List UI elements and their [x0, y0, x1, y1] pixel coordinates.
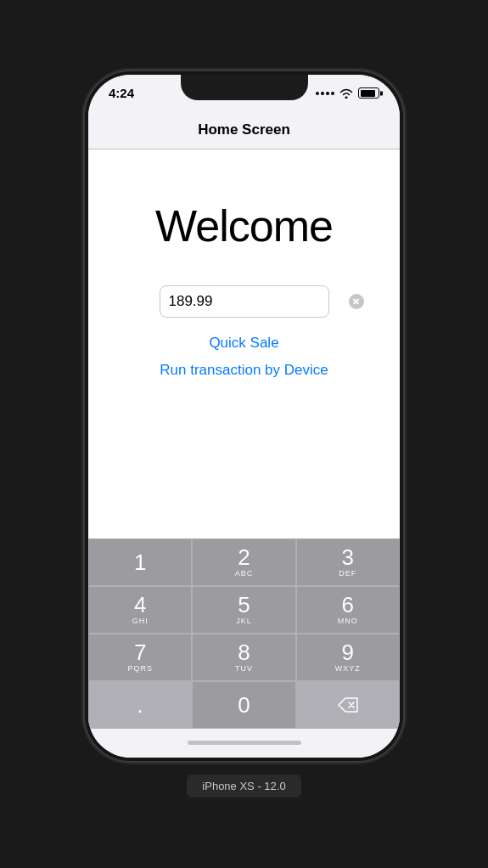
status-time: 4:24 — [109, 86, 134, 100]
key-5-number: 5 — [238, 594, 250, 616]
key-3-letters: DEF — [339, 569, 356, 578]
key-decimal[interactable]: . — [88, 681, 192, 729]
key-9[interactable]: 9 WXYZ — [296, 634, 400, 681]
key-7-letters: PQRS — [127, 664, 153, 673]
device-label: iPhone XS - 12.0 — [187, 775, 300, 798]
key-2-letters: ABC — [235, 569, 254, 578]
key-decimal-symbol: . — [137, 694, 143, 716]
signal-dot-3 — [326, 92, 329, 95]
key-7-number: 7 — [134, 641, 146, 663]
clear-button-wrapper[interactable] — [349, 294, 364, 309]
delete-icon — [338, 697, 358, 713]
key-6-letters: MNO — [338, 617, 358, 625]
clear-button[interactable] — [349, 294, 364, 309]
page-wrapper: 4:24 — [85, 71, 403, 798]
wifi-icon — [339, 88, 353, 99]
notch — [181, 75, 308, 100]
nav-bar: Home Screen — [88, 112, 400, 149]
main-content: Welcome Quick Sale Run transaction by De… — [88, 149, 400, 538]
home-bar — [188, 741, 301, 745]
battery-fill — [361, 90, 375, 97]
key-8[interactable]: 8 TUV — [192, 634, 295, 681]
key-4[interactable]: 4 GHI — [88, 586, 192, 634]
signal-dot-4 — [331, 92, 334, 95]
nav-title: Home Screen — [198, 121, 290, 138]
key-6[interactable]: 6 MNO — [296, 586, 400, 634]
key-3[interactable]: 3 DEF — [296, 538, 400, 586]
keyboard-row-2: 4 GHI 5 JKL 6 MNO — [88, 586, 400, 634]
key-delete[interactable] — [296, 681, 400, 729]
key-5-letters: JKL — [236, 617, 252, 625]
keyboard-row-4: . 0 — [88, 681, 400, 729]
key-2[interactable]: 2 ABC — [192, 538, 295, 586]
keyboard: 1 2 ABC 3 DEF 4 GHI — [88, 538, 400, 729]
status-icons — [316, 87, 379, 99]
key-9-letters: WXYZ — [335, 664, 361, 673]
key-9-number: 9 — [342, 641, 354, 663]
signal-dot-2 — [321, 92, 324, 95]
welcome-heading: Welcome — [155, 200, 333, 251]
key-5[interactable]: 5 JKL — [192, 586, 295, 634]
key-0-number: 0 — [238, 694, 250, 716]
key-2-number: 2 — [238, 546, 250, 568]
signal-dot-1 — [316, 92, 319, 95]
phone-frame: 4:24 — [85, 71, 403, 761]
battery-icon — [358, 87, 379, 99]
key-8-number: 8 — [238, 641, 250, 663]
run-transaction-button[interactable]: Run transaction by Device — [160, 362, 328, 379]
key-1[interactable]: 1 — [88, 538, 192, 586]
signal-icon — [316, 92, 334, 95]
key-6-number: 6 — [342, 594, 354, 616]
keyboard-row-1: 1 2 ABC 3 DEF — [88, 538, 400, 586]
amount-input[interactable] — [169, 293, 349, 310]
amount-input-container — [160, 285, 329, 318]
key-8-letters: TUV — [235, 664, 253, 673]
screen: 4:24 — [88, 75, 400, 758]
key-4-number: 4 — [134, 594, 146, 616]
status-bar: 4:24 — [88, 75, 400, 112]
key-7[interactable]: 7 PQRS — [88, 634, 192, 681]
keyboard-row-3: 7 PQRS 8 TUV 9 WXYZ — [88, 634, 400, 681]
key-3-number: 3 — [342, 546, 354, 568]
key-0[interactable]: 0 — [192, 681, 295, 729]
quick-sale-button[interactable]: Quick Sale — [209, 335, 278, 352]
key-4-letters: GHI — [132, 617, 149, 625]
key-1-number: 1 — [134, 551, 146, 573]
home-indicator — [88, 729, 400, 758]
